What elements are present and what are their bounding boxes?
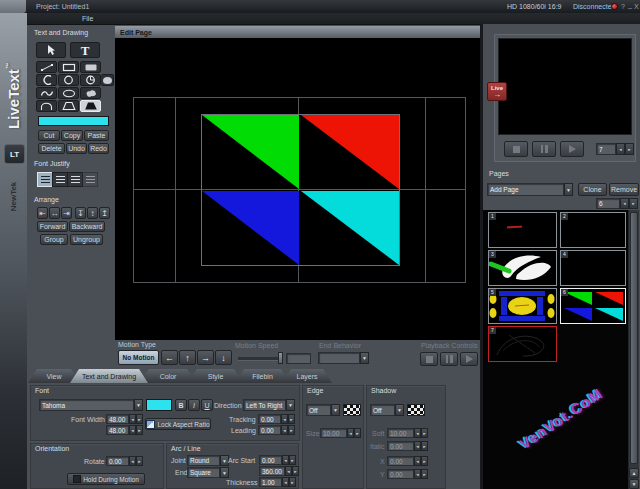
preview-stop-button[interactable] (504, 141, 528, 157)
motion-right-button[interactable]: → (197, 350, 214, 365)
copy-button[interactable]: Copy (61, 130, 83, 141)
preview-play-button[interactable] (560, 141, 584, 157)
justify-full-button[interactable] (82, 172, 98, 187)
page-thumbnail-1[interactable]: 1 (488, 212, 557, 248)
red-triangle-shape[interactable] (301, 115, 399, 189)
green-triangle-shape[interactable] (202, 115, 299, 189)
rotate-spinner[interactable]: 0.00 ◄► (106, 456, 143, 466)
edge-color-swatch[interactable] (343, 404, 361, 416)
page-thumbnail-4[interactable]: 4 (560, 250, 626, 286)
undo-button[interactable]: Undo (66, 143, 87, 154)
font-family-dropdown[interactable]: Tahoma▼ (39, 399, 143, 411)
pie-tool-button[interactable] (80, 74, 101, 86)
justify-left-button[interactable] (37, 172, 53, 187)
line-tool-button[interactable] (36, 61, 57, 73)
shadow-color-swatch[interactable] (407, 404, 425, 416)
thickness-spinner[interactable]: 1.00 ◄► (259, 477, 296, 487)
font-color-swatch[interactable] (146, 399, 172, 411)
no-motion-button[interactable]: No Motion (118, 350, 159, 365)
filled-trapezoid-tool-button[interactable] (80, 100, 101, 112)
align-right-button[interactable]: ⇥ (61, 207, 72, 219)
arc-start-spinner[interactable]: 0.00 ◄► (259, 455, 296, 465)
menu-file[interactable]: File (82, 15, 93, 22)
shadow-italic-spinner[interactable]: 0.00 ◄► (387, 441, 428, 451)
rectangle-tool-button[interactable] (58, 61, 79, 73)
help-button[interactable]: ? (621, 3, 625, 10)
motion-speed-slider[interactable] (238, 352, 284, 364)
hold-during-motion-button[interactable]: Hold During Motion (67, 473, 145, 485)
align-left-button[interactable]: ⇤ (37, 207, 48, 219)
arc-tool-button[interactable] (36, 74, 57, 86)
filled-ellipse-tool-button[interactable] (101, 74, 114, 86)
text-tool-button[interactable]: T (70, 42, 100, 58)
cut-button[interactable]: Cut (38, 130, 60, 141)
underline-button[interactable]: U (201, 399, 213, 411)
slider-handle[interactable] (278, 352, 283, 364)
motion-down-button[interactable]: ↓ (215, 350, 232, 365)
align-bottom-button[interactable]: ↧ (75, 207, 86, 219)
tab-color[interactable]: Color (140, 369, 196, 383)
shadow-mode-dropdown[interactable]: Off▼ (370, 404, 404, 416)
ellipse-tool-button[interactable] (58, 87, 79, 99)
close-button[interactable]: X (634, 3, 639, 10)
motion-left-button[interactable]: ← (161, 350, 178, 365)
align-top-button[interactable]: ↥ (99, 207, 110, 219)
arc-end-spinner[interactable]: 360.00 ◄► (259, 466, 296, 476)
font-width-spinner[interactable]: 48.00 ◄► (106, 414, 143, 424)
font-height-spinner[interactable]: 48.00 ◄► (106, 425, 143, 435)
align-center-h-button[interactable]: ↔ (49, 207, 60, 219)
ungroup-button[interactable]: Ungroup (70, 234, 103, 245)
connection-status[interactable]: Disconnected (573, 3, 615, 10)
scroll-up-button[interactable]: ▲ (629, 468, 639, 478)
arch-tool-button[interactable] (36, 100, 57, 112)
motion-play-button[interactable] (460, 352, 478, 366)
motion-speed-field[interactable] (286, 353, 311, 364)
italic-button[interactable]: I (188, 399, 200, 411)
filled-rectangle-tool-button[interactable] (80, 61, 101, 73)
remove-page-button[interactable]: Remove (609, 183, 639, 196)
minimize-button[interactable]: _ (628, 1, 632, 8)
lock-aspect-ratio-button[interactable]: Lock Aspect Ratio (145, 418, 211, 430)
circle-tool-button[interactable] (58, 74, 79, 86)
live-button[interactable]: Live → (487, 82, 507, 101)
scroll-down-button[interactable]: ▼ (629, 479, 639, 489)
tracking-spinner[interactable]: 0.00 ◄► (258, 414, 295, 424)
delete-button[interactable]: Delete (38, 143, 65, 154)
tab-filebin[interactable]: Filebin (235, 369, 290, 383)
add-page-dropdown[interactable]: Add Page▼ (487, 183, 573, 196)
scrollbar-thumb[interactable] (630, 212, 638, 464)
shadow-soft-spinner[interactable]: 10.00 ◄► (387, 428, 428, 438)
direction-dropdown[interactable]: Left To Right▼ (243, 399, 295, 411)
tab-text-and-drawing[interactable]: Text and Drawing (70, 369, 148, 383)
blob-tool-button[interactable] (80, 87, 101, 99)
page-thumbnail-6-selected[interactable]: 6 (560, 288, 626, 324)
backward-button[interactable]: Backward (69, 221, 105, 232)
shadow-x-spinner[interactable]: 0.00 ◄► (387, 456, 428, 466)
edge-size-spinner[interactable]: 10.00 ◄► (320, 428, 361, 438)
leading-spinner[interactable]: 0.00 ◄► (258, 425, 295, 435)
end-behavior-dropdown[interactable]: ▼ (318, 352, 369, 364)
justify-center-button[interactable] (52, 172, 68, 187)
page-thumbnail-7-live[interactable]: 7 (488, 326, 557, 362)
shadow-y-spinner[interactable]: 0.00 ◄► (387, 469, 428, 479)
tab-style[interactable]: Style (188, 369, 243, 383)
blue-triangle-shape[interactable] (202, 191, 299, 265)
joint-dropdown[interactable]: Round▼ (187, 455, 229, 466)
forward-button[interactable]: Forward (37, 221, 68, 232)
shape-bounding-box[interactable] (201, 114, 400, 266)
motion-stop-button[interactable] (420, 352, 438, 366)
edge-mode-dropdown[interactable]: Off▼ (306, 404, 340, 416)
pages-counter-spinner[interactable]: 6 ◄► (596, 198, 638, 209)
tab-layers[interactable]: Layers (282, 369, 332, 383)
paste-button[interactable]: Paste (84, 130, 109, 141)
drawing-color-swatch[interactable] (38, 116, 109, 126)
curve-tool-button[interactable] (36, 87, 57, 99)
clone-page-button[interactable]: Clone (578, 183, 607, 196)
group-button[interactable]: Group (40, 234, 68, 245)
trapezoid-tool-button[interactable] (58, 100, 79, 112)
bold-button[interactable]: B (175, 399, 187, 411)
end-cap-dropdown[interactable]: Square▼ (187, 467, 229, 478)
justify-right-button[interactable] (67, 172, 83, 187)
page-thumbnail-3[interactable]: 3 (488, 250, 557, 286)
preview-pause-button[interactable] (532, 141, 556, 157)
